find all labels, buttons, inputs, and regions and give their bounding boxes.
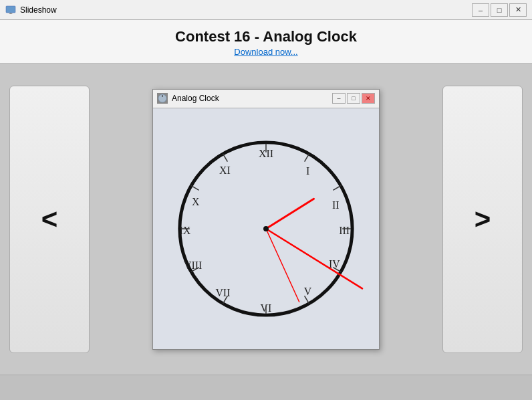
title-bar-controls: – □ ✕	[472, 3, 527, 17]
app-maximize-button[interactable]: □	[347, 93, 360, 104]
svg-text:I: I	[306, 165, 309, 176]
svg-text:III: III	[339, 224, 350, 235]
app-window-title: Analog Clock	[172, 94, 332, 103]
main-content: < Analog Clock – □ ✕	[0, 64, 532, 375]
svg-marker-1	[9, 13, 13, 14]
center-display: Analog Clock – □ ✕ XII I	[99, 64, 433, 375]
clock-svg: XII I II III IV V VI VII VIII	[166, 128, 366, 329]
svg-text:XI: XI	[219, 164, 231, 175]
right-nav-panel: >	[433, 64, 532, 375]
title-bar: Slideshow – □ ✕	[0, 0, 532, 20]
app-minimize-button[interactable]: –	[332, 93, 346, 104]
prev-button[interactable]: <	[9, 86, 90, 353]
svg-text:VII: VII	[215, 287, 230, 298]
download-link[interactable]: Download now...	[234, 47, 297, 57]
next-button[interactable]: >	[442, 86, 523, 353]
app-window-controls: – □ ✕	[332, 93, 375, 104]
app-window-title-bar: Analog Clock – □ ✕	[153, 90, 379, 108]
maximize-button[interactable]: □	[491, 3, 508, 17]
minimize-button[interactable]: –	[472, 3, 489, 17]
left-nav-panel: <	[0, 64, 99, 375]
header: Contest 16 - Analog Clock Download now..…	[0, 20, 532, 64]
app-close-button[interactable]: ✕	[362, 93, 375, 104]
svg-text:V: V	[304, 286, 312, 297]
bottom-bar	[0, 375, 532, 400]
close-button[interactable]: ✕	[509, 3, 527, 17]
clock-display: XII I II III IV V VI VII VIII	[153, 108, 379, 349]
app-window: Analog Clock – □ ✕ XII I	[152, 89, 380, 350]
svg-text:IX: IX	[179, 224, 190, 235]
svg-text:II: II	[332, 199, 340, 211]
svg-point-32	[263, 226, 269, 231]
page-title: Contest 16 - Analog Clock	[0, 28, 532, 45]
svg-rect-0	[6, 6, 15, 13]
app-window-icon	[157, 93, 168, 104]
svg-text:X: X	[192, 196, 200, 207]
svg-text:VIII: VIII	[184, 259, 202, 270]
app-icon	[5, 5, 16, 15]
title-bar-text: Slideshow	[20, 5, 472, 15]
